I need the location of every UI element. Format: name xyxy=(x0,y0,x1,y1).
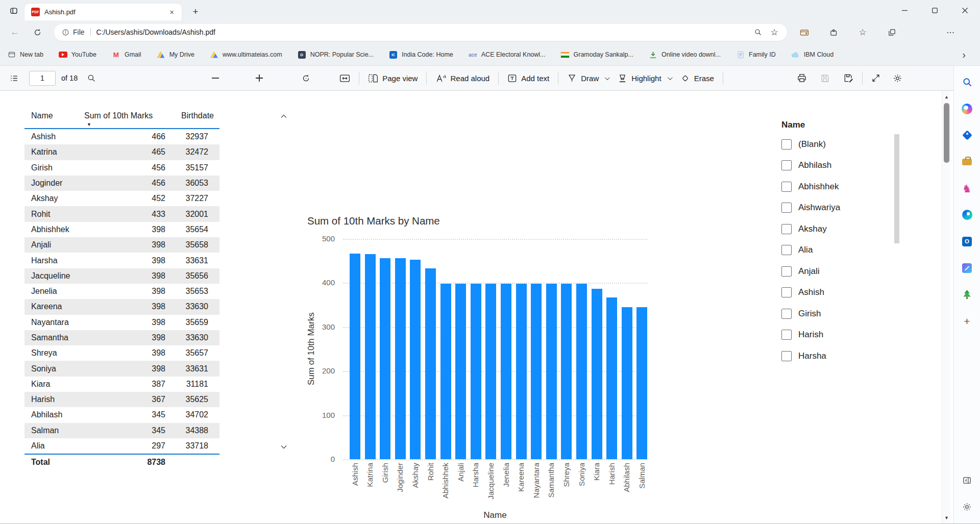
open-sidebar-icon[interactable] xyxy=(957,467,977,493)
add-text-button[interactable]: Add text xyxy=(505,69,551,87)
designer-icon[interactable] xyxy=(957,255,977,281)
filter-checkbox[interactable] xyxy=(781,245,792,255)
table-scroll-down[interactable] xyxy=(280,445,287,449)
url-text[interactable]: C:/Users/ashis/Downloads/Ashish.pdf xyxy=(96,28,748,36)
draw-dropdown-chevron[interactable] xyxy=(605,75,610,80)
filter-checkbox[interactable] xyxy=(781,224,792,234)
copilot-icon[interactable] xyxy=(957,95,977,122)
table-scroll-up[interactable] xyxy=(280,114,287,118)
tab-actions-button[interactable] xyxy=(7,4,20,17)
refresh-button[interactable] xyxy=(30,24,45,40)
bookmarks-bar: New tabYouTubeMGmailMy Drivewww.ultimate… xyxy=(0,44,980,66)
expand-button[interactable] xyxy=(869,69,883,87)
bookmark-item[interactable]: New tab xyxy=(7,51,43,59)
profile-avatar[interactable] xyxy=(915,26,927,39)
filter-checkbox[interactable] xyxy=(781,309,792,319)
filter-checkbox[interactable] xyxy=(781,139,792,149)
games-icon[interactable]: ♞ xyxy=(957,175,977,202)
toc-button[interactable] xyxy=(7,69,21,87)
read-aloud-button[interactable]: Read aloud xyxy=(433,69,492,87)
tab-close-button[interactable]: × xyxy=(167,7,177,17)
page-number-input[interactable]: 1 xyxy=(29,71,56,86)
close-button[interactable] xyxy=(950,0,980,20)
bookmark-item[interactable]: IBM Cloud xyxy=(791,51,834,58)
m365-icon[interactable] xyxy=(957,202,977,228)
bookmark-label: ACE Electoral Knowl... xyxy=(481,51,546,58)
wallet-icon[interactable] xyxy=(798,26,811,38)
toolbox-icon[interactable] xyxy=(957,148,977,175)
y-tick-label: 300 xyxy=(310,322,335,331)
bookmark-item[interactable]: DNOPR: Popular Scie... xyxy=(298,51,374,59)
y-tick-label: 200 xyxy=(310,366,335,375)
bookmark-item[interactable]: aceACE Electoral Knowl... xyxy=(469,51,546,58)
print-button[interactable] xyxy=(795,69,809,87)
filter-checkbox[interactable] xyxy=(781,160,792,170)
draw-button[interactable]: Draw xyxy=(565,69,610,87)
browser-tab[interactable]: PDF Ashish.pdf × xyxy=(24,4,182,20)
bookmark-item[interactable]: YouTube xyxy=(59,51,96,58)
row-birthdate: 34388 xyxy=(165,426,214,435)
shopping-icon[interactable] xyxy=(957,122,977,148)
find-button[interactable] xyxy=(85,69,98,87)
extensions-icon[interactable] xyxy=(827,26,840,38)
chart-bar xyxy=(380,258,390,459)
page-view-button[interactable]: Page view xyxy=(366,69,420,87)
save-button[interactable] xyxy=(818,69,832,87)
x-tick-label: Anjali xyxy=(456,463,465,482)
filter-checkbox[interactable] xyxy=(781,351,792,361)
scroll-down-arrow[interactable]: ▼ xyxy=(942,515,951,520)
bookmark-item[interactable]: www.ultimateias.com xyxy=(210,51,282,58)
add-favorite-icon[interactable]: ☆ xyxy=(768,26,781,39)
zoom-out-button[interactable] xyxy=(209,69,222,87)
pdf-scrollbar[interactable]: ▲ ▼ xyxy=(942,91,950,524)
erase-button[interactable]: Erase xyxy=(678,69,716,87)
filter-checkbox[interactable] xyxy=(781,203,792,213)
highlight-dropdown-chevron[interactable] xyxy=(668,75,673,80)
collections-icon[interactable] xyxy=(886,26,898,38)
row-marks: 387 xyxy=(83,380,165,389)
find-in-address-icon[interactable] xyxy=(751,26,765,39)
fit-width-button[interactable] xyxy=(337,69,352,87)
toolbar-divider xyxy=(558,72,558,85)
new-tab-button[interactable]: + xyxy=(189,5,202,18)
save-as-button[interactable] xyxy=(841,69,855,87)
scroll-up-arrow[interactable]: ▲ xyxy=(942,94,951,99)
chart-bar xyxy=(395,258,406,459)
chart-bar xyxy=(516,284,527,459)
row-name: Rohit xyxy=(24,210,83,219)
bookmarks-overflow-chevron[interactable]: › xyxy=(962,49,966,60)
maximize-button[interactable] xyxy=(920,0,950,20)
more-menu-button[interactable]: ⋯ xyxy=(944,26,957,38)
row-birthdate: 37227 xyxy=(165,194,214,203)
scroll-thumb[interactable] xyxy=(944,103,949,163)
highlight-button[interactable]: Highlight xyxy=(616,69,673,87)
favorites-icon[interactable]: ☆ xyxy=(856,26,869,38)
add-icon[interactable]: + xyxy=(957,308,977,334)
back-button[interactable]: ← xyxy=(7,24,22,40)
bookmark-item[interactable]: My Drive xyxy=(157,51,194,58)
bookmark-item[interactable]: Family ID xyxy=(736,51,776,59)
bookmark-item[interactable]: ICIndia Code: Home xyxy=(389,51,453,59)
x-tick-label: Harish xyxy=(607,463,617,485)
filter-checkbox[interactable] xyxy=(781,287,792,297)
tree-icon[interactable] xyxy=(957,281,977,308)
address-bar[interactable]: File C:/Users/ashis/Downloads/Ashish.pdf… xyxy=(54,24,787,41)
filter-option: Alia xyxy=(781,240,909,261)
bookmark-item[interactable]: Gramoday Sankalp... xyxy=(561,51,633,58)
bookmark-item[interactable]: MGmail xyxy=(112,51,141,59)
print-icon xyxy=(797,73,807,83)
bookmark-item[interactable]: Online video downl... xyxy=(649,51,721,59)
settings-icon[interactable] xyxy=(957,493,977,520)
filter-checkbox[interactable] xyxy=(781,182,792,192)
rotate-button[interactable] xyxy=(299,69,313,87)
pdf-settings-button[interactable] xyxy=(891,69,904,87)
filter-checkbox[interactable] xyxy=(781,266,792,277)
outlook-icon[interactable]: O xyxy=(957,228,977,255)
row-birthdate: 33631 xyxy=(165,256,214,265)
info-icon[interactable] xyxy=(62,29,69,36)
search-icon[interactable] xyxy=(957,69,977,95)
minimize-button[interactable] xyxy=(890,0,920,20)
zoom-in-button[interactable] xyxy=(253,69,265,87)
filter-scrollbar-thumb[interactable] xyxy=(894,134,899,243)
filter-checkbox[interactable] xyxy=(781,330,792,340)
